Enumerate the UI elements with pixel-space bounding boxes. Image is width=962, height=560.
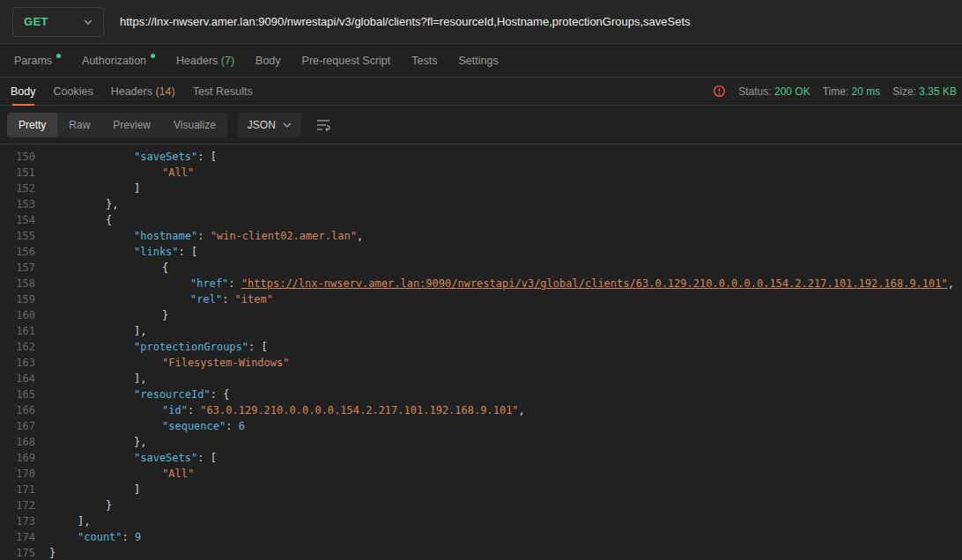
code-line: 171] [0,482,962,497]
code-line: 154{ [0,212,962,228]
code-token: : { [211,388,230,401]
chevron-down-icon [283,122,292,128]
code-content: ], [35,513,90,529]
request-tab-headers[interactable]: Headers (7) [166,47,245,75]
code-content: "rel": "item" [35,291,273,307]
code-line: 162"protectionGroups": [ [0,339,962,355]
line-number: 163 [0,355,35,371]
request-tab-settings[interactable]: Settings [448,47,508,75]
time-label: Time: [823,85,849,98]
line-number: 172 [0,497,35,513]
code-token: "Filesystem-Windows" [162,357,290,369]
code-token: { [162,262,168,274]
code-token: } [162,309,168,321]
view-tab-pretty[interactable]: Pretty [7,113,57,137]
line-number: 171 [0,482,35,497]
code-content: "saveSets": [ [35,450,217,466]
code-token: : [226,420,238,432]
warning-icon[interactable] [713,85,726,98]
code-token: , [519,404,525,416]
status-label: Status: [738,85,771,98]
size-label: Size: [892,85,916,98]
method-dropdown[interactable]: GET [12,7,104,37]
code-token: : [188,404,200,416]
tab-label: Settings [458,55,498,67]
code-line: 155"hostname": "win-client02.amer.lan", [0,228,962,244]
format-dropdown[interactable]: JSON [238,113,301,137]
view-tab-preview[interactable]: Preview [101,113,162,137]
line-number: 154 [0,212,35,228]
response-tab-headers[interactable]: Headers (14) [102,78,184,105]
code-content: "sequence": 6 [35,418,245,434]
line-number: 153 [0,196,35,212]
url-input[interactable] [120,0,950,43]
line-number: 164 [0,371,35,387]
line-number: 175 [0,545,35,560]
tab-label: Params [14,55,52,67]
code-line: 161], [0,323,962,339]
response-body: 150"saveSets": [151"All"152]153},154{155… [0,144,962,560]
code-line: 168}, [0,434,962,450]
request-tab-body[interactable]: Body [245,47,292,75]
code-content: "Filesystem-Windows" [35,355,290,371]
format-label: JSON [248,119,276,131]
tab-label: Pre-request Script [302,55,391,67]
wrap-text-icon[interactable] [312,114,335,136]
response-tab-cookies[interactable]: Cookies [45,78,102,105]
request-tab-params[interactable]: Params [4,46,71,75]
line-number: 174 [0,529,35,545]
request-tabs: ParamsAuthorizationHeaders (7)BodyPre-re… [0,44,962,77]
tab-label: Authorization [82,55,146,67]
line-number: 166 [0,402,35,418]
code-token: }, [134,436,146,448]
code-token: "links" [134,246,179,258]
status-meta: Status: 200 OK [738,85,810,98]
line-number: 168 [0,434,35,450]
code-token: ] [134,182,140,195]
request-tab-tests[interactable]: Tests [401,47,448,75]
tab-label: Tests [411,55,437,67]
code-lines: 150"saveSets": [151"All"152]153},154{155… [0,149,962,560]
code-token: : [ [248,341,268,353]
line-number: 151 [0,165,35,181]
code-content: "All" [35,165,194,181]
code-line: 156"links": [ [0,244,962,260]
time-value: 20 ms [852,85,881,98]
tab-label: Body [11,85,36,98]
code-content: "resourceId": { [35,387,229,402]
view-tab-visualize[interactable]: Visualize [162,113,227,137]
code-token: "All" [162,166,194,179]
view-tab-raw[interactable]: Raw [57,113,101,137]
code-token: "hostname" [134,230,197,242]
code-line: 164], [0,371,962,387]
href-link[interactable]: "https://lnx-nwserv.amer.lan:9090/nwrest… [241,277,948,290]
code-token: ], [134,372,146,385]
line-number: 157 [0,260,35,276]
line-number: 156 [0,244,35,260]
code-token: "id" [162,404,188,416]
code-line: 169"saveSets": [ [0,450,962,466]
response-tab-test-results[interactable]: Test Results [184,78,262,105]
code-token: "63.0.129.210.0.0.0.0.154.2.217.101.192.… [200,404,518,416]
line-number: 173 [0,513,35,529]
code-line: 167"sequence": 6 [0,418,962,434]
code-content: ], [35,323,146,339]
code-token: } [49,547,56,559]
request-tab-pre-request-script[interactable]: Pre-request Script [292,47,402,75]
request-tab-authorization[interactable]: Authorization [71,46,166,75]
line-number: 152 [0,181,35,196]
tab-count: (7) [218,55,234,67]
code-line: 170"All" [0,466,962,482]
code-token: 6 [239,420,245,432]
code-token: , [948,277,954,290]
code-token: "resourceId" [134,388,211,401]
line-number: 165 [0,387,35,402]
code-token: : [122,531,135,543]
code-line: 163"Filesystem-Windows" [0,355,962,371]
code-token: : [222,293,234,306]
code-token: } [106,499,112,512]
line-number: 160 [0,307,35,323]
code-content: "id": "63.0.129.210.0.0.0.0.154.2.217.10… [35,402,525,418]
code-token: }, [106,198,118,210]
response-tab-body[interactable]: Body [2,78,45,105]
